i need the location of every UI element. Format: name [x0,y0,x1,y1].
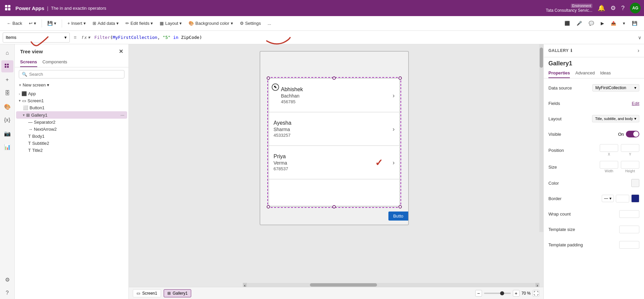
tree-view-header: Tree view ✕ [15,44,128,57]
comment-button[interactable]: 💬 [586,19,597,27]
tree-item-nextarrow2[interactable]: → NextArrow2 [16,126,127,133]
help-icon[interactable]: ? [621,5,625,12]
treeview-icon-btn[interactable] [1,60,13,72]
layout-dropdown[interactable]: Title, subtitle, and body ▾ [592,115,639,122]
play-button[interactable]: ▶ [598,19,607,27]
tree-item-body1[interactable]: T Body1 [16,133,127,140]
insert-chevron[interactable]: ▾ [84,21,86,26]
prop-layout: Layout Title, subtitle, and body ▾ [548,113,639,124]
preview-back-button[interactable]: ⬛ [562,19,573,27]
fullscreen-button[interactable]: ⛶ [533,290,539,297]
gallery-item-3[interactable] [269,179,399,206]
analytics-icon-btn[interactable]: 📊 [1,141,13,153]
edit-fields-button[interactable]: ✏ Edit fields ▾ [123,19,156,27]
bell-icon[interactable]: 🔔 [598,4,605,12]
zoom-slider-thumb[interactable] [500,291,504,295]
canvas-tab-gallery1[interactable]: ⊞ Gallery1 [164,289,192,297]
edit-fields-chevron[interactable]: ▾ [151,21,153,26]
info-icon[interactable]: ℹ [571,48,573,53]
save-button[interactable]: 💾 ▾ [45,19,59,27]
template-size-input[interactable]: 168 [619,226,639,233]
layout-button[interactable]: ▦ Layout ▾ [157,19,184,27]
canvas-button-overlay[interactable]: Butto [388,212,408,221]
tab-components[interactable]: Components [43,57,67,67]
variable-icon-btn[interactable]: {x} [1,114,13,126]
app-launcher-icon[interactable] [3,3,13,13]
save-cloud-button[interactable]: 💾 [629,19,640,27]
tab-advanced[interactable]: Advanced [575,68,595,78]
insert-button[interactable]: + Insert ▾ [65,19,89,27]
mic-button[interactable]: 🎤 [574,19,585,27]
gallery-item-0[interactable]: ✎ Abhishek Bachhan 456785 › [269,79,399,112]
tree-item-button1[interactable]: ⬜ Button1 [16,104,127,111]
tree-item-title2[interactable]: T Title2 [16,147,127,154]
gallery-item-2[interactable]: Priya Verma 678537 ✓ › [269,146,399,179]
tab-ideas[interactable]: Ideas [600,68,611,78]
data-icon-btn[interactable]: 🗄 [1,87,13,99]
pos-y-field[interactable]: 82 [621,144,639,152]
save-chevron[interactable]: ▾ [54,21,56,26]
tab-properties[interactable]: Properties [548,68,570,78]
right-panel-expand[interactable]: › [638,48,639,54]
size-width-field[interactable]: 605 [600,161,618,169]
pos-x-field[interactable]: 35 [600,144,618,152]
more-button[interactable]: ... [265,19,274,27]
layout-chevron[interactable]: ▾ [179,21,182,26]
tree-search-input[interactable] [29,72,121,77]
theme-icon-btn[interactable]: 🎨 [1,101,13,113]
border-color-swatch[interactable] [631,194,639,202]
add-data-chevron[interactable]: ▾ [116,21,119,26]
size-height-field[interactable]: 615 [621,161,639,169]
back-button[interactable]: ← Back [4,19,25,27]
visible-toggle[interactable] [626,131,639,137]
canvas-scrollbar-vertical[interactable] [539,44,543,232]
tree-item-subtitle2[interactable]: T Subtitle2 [16,140,127,147]
scroll-right-btn[interactable]: › [535,283,539,287]
wrap-count-input[interactable]: 1 [619,210,639,218]
insert-icon-btn[interactable]: + [1,74,13,86]
undo-button[interactable]: ↩ ▾ [26,19,39,27]
user-avatar[interactable]: AG [630,3,641,13]
scrollbar-thumb[interactable] [540,48,543,68]
settings-button[interactable]: ⚙ Settings [237,19,264,27]
fields-edit-link[interactable]: Edit [632,101,639,106]
border-width-input[interactable]: 0 [616,195,629,202]
background-color-button[interactable]: 🎨 Background color ▾ [186,19,235,27]
add-data-button[interactable]: ⊞ Add data ▾ [90,19,121,27]
template-padding-input[interactable]: 0 [619,241,639,249]
scroll-left-btn[interactable]: ‹ [243,283,247,287]
tree-item-separator2[interactable]: — Separator2 [16,119,127,126]
publish-chevron[interactable]: ▾ [620,19,628,27]
undo-chevron[interactable]: ▾ [34,21,36,26]
bg-color-chevron[interactable]: ▾ [231,21,233,26]
gallery-item-1[interactable]: Ayesha Sharma 4533257 › [269,112,399,146]
home-icon-btn[interactable]: ⌂ [1,47,13,59]
color-swatch[interactable] [631,179,639,187]
new-screen-button[interactable]: + New screen ▾ [15,81,128,89]
tree-view-close[interactable]: ✕ [119,48,123,55]
tree-item-app[interactable]: › ⬛ App [16,90,127,97]
tree-item-screen1[interactable]: ▾ ▭ Screen1 [16,97,127,104]
zoom-out-button[interactable]: − [475,290,482,297]
tab-screens[interactable]: Screens [20,57,37,67]
canvas-scrollbar-horizontal[interactable]: ‹ › [243,283,539,287]
property-select[interactable]: Items ▾ [3,33,70,43]
formula-input-area[interactable]: Filter(MyFirstCollection, "5" in ZipCode… [94,35,635,40]
canvas-area[interactable]: ✎ Abhishek Bachhan 456785 › Ayesha Sharm… [129,44,543,232]
zoom-slider[interactable] [484,293,511,294]
gallery-more-button[interactable]: ··· [120,112,124,118]
data-source-dropdown[interactable]: MyFirstCollection ▾ [592,84,639,92]
formula-expand[interactable]: ∨ [638,35,641,40]
zoom-in-button[interactable]: + [513,290,520,297]
item-2-checkmark: ✓ [375,157,383,168]
media-icon-btn[interactable]: 📷 [1,127,13,139]
zoom-controls: − + 70 % ⛶ [475,290,539,297]
tree-item-gallery1[interactable]: ▾ ⊞ Gallery1 ··· [16,111,127,119]
h-scrollbar-thumb[interactable] [310,283,377,287]
publish-button[interactable]: 📤 [608,19,619,27]
help-left-icon-btn[interactable]: ? [1,287,13,299]
settings-left-icon-btn[interactable]: ⚙ [1,274,13,286]
border-style-select[interactable]: — ▾ [602,195,614,202]
settings-icon[interactable]: ⚙ [610,4,616,12]
canvas-tab-screen1[interactable]: ▭ Screen1 [133,289,161,297]
